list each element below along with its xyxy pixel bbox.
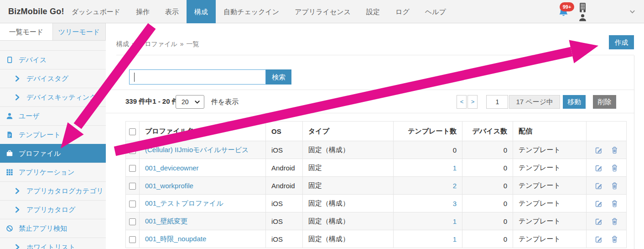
- column-header-delivery: 配信: [513, 122, 587, 141]
- nav-item[interactable]: ログ: [388, 0, 417, 23]
- row-checkbox[interactable]: [129, 218, 136, 225]
- trash-icon[interactable]: [611, 217, 618, 225]
- profile-name-link[interactable]: 001_壁紙変更: [145, 217, 187, 225]
- edit-icon[interactable]: [595, 200, 602, 207]
- nav-item[interactable]: ダッシュボード: [64, 0, 128, 23]
- pagination: < > 17 ページ中 移動 削除: [457, 95, 616, 109]
- trash-icon[interactable]: [611, 146, 618, 154]
- nav-item[interactable]: 設定: [358, 0, 388, 23]
- go-to-page-button[interactable]: 移動: [563, 95, 586, 109]
- table-row: 001_時限_noupdateiOS固定（構成）10テンプレート: [126, 230, 627, 248]
- search-bar: 検索: [129, 69, 291, 85]
- delivery-cell: テンプレート: [513, 195, 587, 212]
- template-count[interactable]: 1: [453, 164, 457, 172]
- page-number-input[interactable]: [486, 95, 508, 109]
- trash-icon[interactable]: [611, 164, 618, 172]
- user-account-icon[interactable]: [578, 13, 587, 22]
- delivery-cell: テンプレート: [513, 141, 587, 159]
- total-pages-label: 17 ページ中: [509, 95, 560, 109]
- sidebar-item[interactable]: デバイスタグ: [0, 69, 106, 88]
- row-checkbox[interactable]: [129, 201, 136, 207]
- template-count: 0: [453, 146, 457, 154]
- breadcrumb-divider: [116, 55, 634, 55]
- sidebar-item[interactable]: デバイスキッティング: [0, 88, 106, 106]
- template-count[interactable]: 1: [453, 217, 457, 225]
- device-count: 0: [462, 141, 513, 159]
- type-cell: 固定（構成）: [303, 195, 394, 212]
- type-cell: 固定（構成）: [303, 230, 394, 248]
- sidebar-item[interactable]: 禁止アプリ検知: [0, 219, 106, 238]
- chevron-down-icon[interactable]: [628, 8, 636, 16]
- row-checkbox[interactable]: [129, 165, 136, 172]
- content-right-border: [634, 55, 634, 249]
- breadcrumb-separator: »: [180, 40, 184, 48]
- row-checkbox[interactable]: [129, 236, 136, 243]
- select-chevron-icon: [194, 99, 200, 105]
- type-cell: 固定: [303, 177, 394, 195]
- sidebar-item[interactable]: ホワイトリスト: [0, 238, 106, 249]
- chevron-right-icon: [14, 75, 21, 82]
- sidebar-item[interactable]: テンプレート: [0, 125, 106, 144]
- next-page-button[interactable]: >: [467, 95, 478, 109]
- record-count-summary: 339 件中1 - 20 件: [125, 97, 179, 106]
- os-cell: Android: [266, 159, 303, 177]
- delivery-cell: テンプレート: [513, 212, 587, 230]
- delete-button[interactable]: 削除: [593, 95, 616, 109]
- search-button[interactable]: 検索: [266, 69, 291, 85]
- nav-item[interactable]: ヘルプ: [417, 0, 454, 23]
- profile-name-link[interactable]: 001_deviceowner: [145, 164, 199, 172]
- sidebar-item[interactable]: アプリケーション: [0, 163, 106, 181]
- device-count: 0: [462, 159, 513, 177]
- search-input[interactable]: [129, 69, 266, 85]
- sidebar-item[interactable]: ユーザ: [0, 106, 106, 125]
- row-checkbox[interactable]: [129, 147, 136, 154]
- edit-icon[interactable]: [595, 217, 602, 225]
- sidebar-item[interactable]: デバイス: [0, 50, 106, 69]
- template-count[interactable]: 3: [453, 200, 457, 207]
- tab-list-mode[interactable]: 一覧モード: [0, 23, 53, 40]
- prev-page-button[interactable]: <: [457, 95, 467, 109]
- device-count: 0: [462, 212, 513, 230]
- breadcrumb-part[interactable]: 構成: [116, 40, 129, 48]
- sidebar-item-label: デバイスキッティング: [26, 93, 97, 102]
- nav-item[interactable]: 自動チェックイン: [216, 0, 287, 23]
- nav-item[interactable]: 表示: [157, 0, 187, 23]
- edit-icon[interactable]: [595, 146, 602, 154]
- trash-icon[interactable]: [611, 200, 618, 207]
- profile-name-link[interactable]: (Cellular) IIJmioモバイルサービス: [145, 146, 249, 154]
- sidebar-item-label: プロファイル: [19, 149, 61, 158]
- profile-name-link[interactable]: 001_テストプロファイル: [145, 199, 223, 207]
- tab-tree-mode[interactable]: ツリーモード: [53, 23, 106, 40]
- sidebar-item[interactable]: アプリカタログ: [0, 200, 106, 219]
- edit-icon[interactable]: [595, 235, 602, 243]
- profile-name-link[interactable]: 001_時限_noupdate: [145, 235, 206, 243]
- trash-icon[interactable]: [611, 182, 618, 190]
- sidebar-item[interactable]: アプリカタログカテゴリ: [0, 181, 106, 200]
- profile-name-link[interactable]: 001_workprofile: [145, 182, 193, 190]
- edit-icon[interactable]: [595, 164, 602, 172]
- template-icon: [6, 131, 13, 138]
- breadcrumb-part: 一覧: [187, 40, 199, 48]
- app-brand[interactable]: BizMobile Go!: [8, 0, 64, 23]
- column-header-name: プロファイル名: [140, 122, 266, 141]
- device-building-icon[interactable]: [577, 2, 588, 13]
- breadcrumb-part[interactable]: プロファイル: [138, 40, 177, 48]
- nav-item[interactable]: 操作: [128, 0, 157, 23]
- user-icon: [6, 112, 13, 120]
- edit-icon[interactable]: [595, 182, 602, 190]
- trash-icon[interactable]: [611, 235, 618, 243]
- nav-item[interactable]: アプリライセンス: [287, 0, 358, 23]
- type-cell: 固定: [303, 159, 394, 177]
- template-count[interactable]: 2: [453, 182, 457, 190]
- sidebar-item[interactable]: プロファイル: [0, 144, 106, 163]
- column-header-type: タイプ: [303, 122, 394, 141]
- select-all-checkbox[interactable]: [129, 128, 136, 135]
- delivery-cell: テンプレート: [513, 230, 587, 248]
- table-row: 001_deviceownerAndroid固定10テンプレート: [126, 159, 627, 177]
- create-button[interactable]: 作成: [609, 35, 634, 49]
- template-count[interactable]: 1: [453, 235, 457, 243]
- row-checkbox[interactable]: [129, 183, 136, 190]
- nav-item[interactable]: 構成: [187, 0, 216, 23]
- page-size-select[interactable]: 20: [176, 95, 204, 109]
- notification-badge[interactable]: 99+: [560, 2, 574, 11]
